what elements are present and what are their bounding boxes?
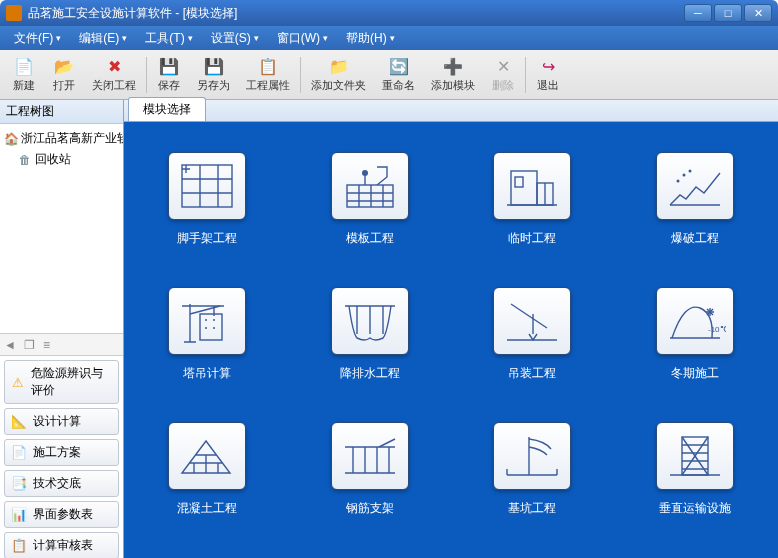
module-label: 冬期施工 [671, 365, 719, 382]
menu-编辑[interactable]: 编辑(E)▾ [71, 27, 135, 50]
tool-add-module[interactable]: ➕添加模块 [423, 52, 483, 98]
module-concrete[interactable]: 混凝土工程 [151, 422, 264, 517]
side-btn-calc[interactable]: 📐设计计算 [4, 408, 119, 435]
module-vertical[interactable]: 垂直运输设施 [639, 422, 752, 517]
sidebar-buttons: ⚠危险源辨识与评价📐设计计算📄施工方案📑技术交底📊界面参数表📋计算审核表☰节点详… [0, 356, 123, 558]
tabstrip: 模块选择 [124, 100, 778, 122]
svg-point-22 [682, 174, 685, 177]
module-scaffold[interactable]: 脚手架工程 [151, 152, 264, 247]
tool-properties[interactable]: 📋工程属性 [238, 52, 298, 98]
module-temporary[interactable]: 临时工程 [476, 152, 589, 247]
tool-label: 新建 [13, 78, 35, 93]
chevron-down-icon: ▾ [56, 33, 61, 43]
side-btn-label: 技术交底 [33, 475, 81, 492]
module-icon [331, 152, 409, 220]
sidebar: 工程树图 🏠浙江品茗高新产业软件🗑回收站 ◄ ❐ ≡ ⚠危险源辨识与评价📐设计计… [0, 100, 124, 558]
module-icon [168, 287, 246, 355]
module-icon [331, 422, 409, 490]
close-project-icon: ✖ [104, 56, 124, 76]
menu-工具[interactable]: 工具(T)▾ [137, 27, 200, 50]
module-hoist[interactable]: 吊装工程 [476, 287, 589, 382]
module-icon [331, 287, 409, 355]
module-dewater[interactable]: 降排水工程 [314, 287, 427, 382]
tool-label: 删除 [492, 78, 514, 93]
side-btn-label: 施工方案 [33, 444, 81, 461]
module-icon [168, 422, 246, 490]
tool-exit[interactable]: ↪退出 [528, 52, 568, 98]
toolbar: 📄新建📂打开✖关闭工程💾保存💾另存为📋工程属性📁添加文件夹🔄重命名➕添加模块✕删… [0, 50, 778, 100]
side-btn-warning[interactable]: ⚠危险源辨识与评价 [4, 360, 119, 404]
module-winter[interactable]: -10℃冬期施工 [639, 287, 752, 382]
tool-label: 另存为 [197, 78, 230, 93]
tool-new[interactable]: 📄新建 [4, 52, 44, 98]
window-controls: ─ □ ✕ [684, 4, 772, 22]
tool-save[interactable]: 💾保存 [149, 52, 189, 98]
titlebar: 品茗施工安全设施计算软件 - [模块选择] ─ □ ✕ [0, 0, 778, 26]
module-canvas: 脚手架工程模板工程临时工程爆破工程塔吊计算降排水工程吊装工程-10℃冬期施工混凝… [124, 122, 778, 558]
menu-窗口[interactable]: 窗口(W)▾ [269, 27, 336, 50]
tool-label: 添加模块 [431, 78, 475, 93]
minimize-button[interactable]: ─ [684, 4, 712, 22]
menu-文件[interactable]: 文件(F)▾ [6, 27, 69, 50]
tab-module-select[interactable]: 模块选择 [128, 97, 206, 121]
svg-point-23 [688, 170, 691, 173]
toolbar-separator [525, 57, 526, 93]
tool-label: 打开 [53, 78, 75, 93]
tree-item[interactable]: 🗑回收站 [4, 149, 119, 170]
main: 模块选择 脚手架工程模板工程临时工程爆破工程塔吊计算降排水工程吊装工程-10℃冬… [124, 100, 778, 558]
tool-rename[interactable]: 🔄重命名 [374, 52, 423, 98]
tool-list-icon[interactable]: ≡ [43, 338, 50, 352]
side-btn-label: 计算审核表 [33, 537, 93, 554]
module-icon [493, 422, 571, 490]
tree-item[interactable]: 🏠浙江品茗高新产业软件 [4, 128, 119, 149]
tool-open[interactable]: 📂打开 [44, 52, 84, 98]
open-icon: 📂 [54, 56, 74, 76]
tool-label: 添加文件夹 [311, 78, 366, 93]
tool-label: 保存 [158, 78, 180, 93]
tool-add-folder[interactable]: 📁添加文件夹 [303, 52, 374, 98]
toolbar-separator [146, 57, 147, 93]
tool-save-as[interactable]: 💾另存为 [189, 52, 238, 98]
module-label: 垂直运输设施 [659, 500, 731, 517]
tool-close-project[interactable]: ✖关闭工程 [84, 52, 144, 98]
side-btn-label: 危险源辨识与评价 [31, 365, 112, 399]
calc-icon: 📐 [11, 414, 27, 430]
tool-copy-icon[interactable]: ❐ [24, 338, 35, 352]
side-btn-review[interactable]: 📋计算审核表 [4, 532, 119, 558]
warning-icon: ⚠ [11, 374, 25, 390]
svg-line-38 [511, 304, 547, 328]
side-btn-plan[interactable]: 📄施工方案 [4, 439, 119, 466]
chevron-down-icon: ▾ [188, 33, 193, 43]
module-blasting[interactable]: 爆破工程 [639, 152, 752, 247]
svg-rect-15 [511, 171, 537, 205]
svg-point-32 [205, 327, 207, 329]
tool-delete: ✕删除 [483, 52, 523, 98]
side-btn-tech[interactable]: 📑技术交底 [4, 470, 119, 497]
tool-label: 关闭工程 [92, 78, 136, 93]
maximize-button[interactable]: □ [714, 4, 742, 22]
module-rebar[interactable]: 钢筋支架 [314, 422, 427, 517]
menu-设置[interactable]: 设置(S)▾ [203, 27, 267, 50]
module-crane[interactable]: 塔吊计算 [151, 287, 264, 382]
tree-header: 工程树图 [0, 100, 123, 124]
chevron-down-icon: ▾ [390, 33, 395, 43]
add-module-icon: ➕ [443, 56, 463, 76]
module-label: 降排水工程 [340, 365, 400, 382]
tool-prev-icon[interactable]: ◄ [4, 338, 16, 352]
menu-帮助[interactable]: 帮助(H)▾ [338, 27, 403, 50]
save-as-icon: 💾 [204, 56, 224, 76]
module-grid: 脚手架工程模板工程临时工程爆破工程塔吊计算降排水工程吊装工程-10℃冬期施工混凝… [151, 152, 751, 517]
svg-point-13 [362, 170, 368, 176]
module-formwork[interactable]: 模板工程 [314, 152, 427, 247]
chevron-down-icon: ▾ [254, 33, 259, 43]
menu-label: 设置(S) [211, 30, 251, 47]
add-folder-icon: 📁 [329, 56, 349, 76]
module-pit[interactable]: 基坑工程 [476, 422, 589, 517]
side-btn-params[interactable]: 📊界面参数表 [4, 501, 119, 528]
project-tree[interactable]: 🏠浙江品茗高新产业软件🗑回收站 [0, 124, 123, 334]
menu-label: 编辑(E) [79, 30, 119, 47]
module-label: 混凝土工程 [177, 500, 237, 517]
close-button[interactable]: ✕ [744, 4, 772, 22]
menu-label: 文件(F) [14, 30, 53, 47]
params-icon: 📊 [11, 507, 27, 523]
